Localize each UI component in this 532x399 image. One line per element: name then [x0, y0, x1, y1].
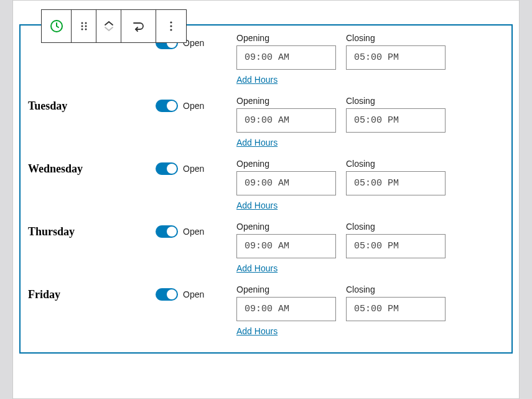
toggle-col: Open [156, 222, 236, 238]
times-col: Opening Closing Add Hours [236, 222, 504, 273]
open-toggle[interactable] [156, 225, 178, 238]
toggle-label: Open [183, 101, 204, 111]
toggle-col: Open [156, 159, 236, 175]
svg-point-9 [170, 29, 172, 31]
svg-point-2 [85, 22, 86, 24]
move-controls [96, 10, 121, 42]
opening-input[interactable] [236, 108, 336, 133]
toggle-label: Open [183, 227, 204, 237]
add-hours-link[interactable]: Add Hours [236, 200, 504, 210]
open-toggle[interactable] [156, 288, 178, 301]
day-name: Friday [28, 284, 156, 301]
closing-input[interactable] [346, 171, 446, 195]
day-name: Thursday [28, 222, 156, 238]
closing-input[interactable] [346, 108, 446, 133]
toggle-label: Open [183, 289, 204, 299]
svg-point-8 [170, 25, 172, 27]
more-vertical-icon [170, 21, 172, 31]
times-col: Opening Closing Add Hours [236, 284, 504, 336]
closing-label: Closing [346, 284, 446, 294]
block-toolbar [41, 9, 187, 43]
day-name: Tuesday [28, 96, 156, 113]
transform-button[interactable] [121, 10, 156, 42]
opening-label: Opening [236, 284, 336, 294]
add-hours-link[interactable]: Add Hours [236, 75, 504, 85]
opening-input[interactable] [236, 45, 336, 70]
editor-canvas: Open Opening Closing Add Hours Tuesday [12, 0, 520, 399]
svg-point-4 [85, 26, 86, 27]
closing-label: Closing [346, 33, 446, 43]
toggle-col: Open [156, 284, 236, 301]
drag-icon [79, 21, 89, 31]
svg-point-1 [81, 22, 83, 24]
opening-input[interactable] [236, 171, 336, 195]
day-row: Wednesday Open Opening Closing Add Hours [28, 151, 504, 214]
add-hours-link[interactable]: Add Hours [236, 326, 504, 336]
times-col: Opening Closing Add Hours [236, 159, 504, 210]
clock-icon [49, 19, 64, 34]
closing-label: Closing [346, 159, 446, 169]
opening-input[interactable] [236, 234, 336, 258]
svg-point-6 [85, 29, 86, 31]
opening-label: Opening [236, 96, 336, 106]
closing-input[interactable] [346, 234, 446, 258]
day-name: Wednesday [28, 159, 156, 176]
times-col: Opening Closing Add Hours [236, 33, 504, 85]
toggle-col: Open [156, 96, 236, 112]
svg-point-3 [81, 26, 83, 27]
times-col: Opening Closing Add Hours [236, 96, 504, 148]
day-row: Friday Open Opening Closing Add Hours [28, 277, 504, 340]
wrap-arrow-icon [131, 21, 146, 32]
add-hours-link[interactable]: Add Hours [236, 263, 504, 273]
closing-label: Closing [346, 222, 446, 232]
move-up-button[interactable] [105, 21, 113, 26]
block-type-button[interactable] [42, 10, 72, 42]
closing-input[interactable] [346, 297, 446, 321]
drag-handle[interactable] [72, 10, 96, 42]
opening-label: Opening [236, 222, 336, 232]
svg-point-7 [170, 21, 172, 23]
day-row: Tuesday Open Opening Closing Add Hours [28, 88, 504, 151]
open-toggle[interactable] [156, 100, 178, 112]
opening-label: Opening [236, 159, 336, 169]
closing-label: Closing [346, 96, 446, 106]
add-hours-link[interactable]: Add Hours [236, 138, 504, 148]
more-options-button[interactable] [156, 10, 186, 42]
move-down-button[interactable] [105, 27, 113, 32]
closing-input[interactable] [346, 45, 446, 70]
open-toggle[interactable] [156, 162, 178, 175]
svg-point-5 [81, 29, 83, 31]
opening-label: Opening [236, 33, 336, 43]
business-hours-block[interactable]: Open Opening Closing Add Hours Tuesday [19, 24, 513, 354]
opening-input[interactable] [236, 297, 336, 321]
toggle-label: Open [183, 164, 204, 174]
day-row: Thursday Open Opening Closing Add Hours [28, 214, 504, 277]
